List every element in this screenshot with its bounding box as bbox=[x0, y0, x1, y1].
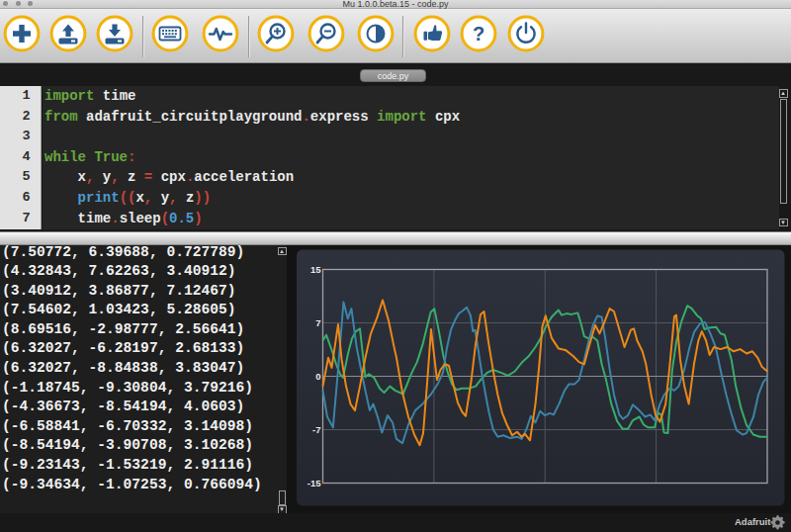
svg-text:?: ? bbox=[473, 23, 484, 44]
svg-text:-15: -15 bbox=[308, 477, 321, 488]
svg-text:-7: -7 bbox=[312, 423, 320, 434]
svg-text:15: 15 bbox=[310, 263, 321, 274]
svg-text:0: 0 bbox=[315, 370, 320, 381]
svg-text:7: 7 bbox=[315, 316, 320, 327]
